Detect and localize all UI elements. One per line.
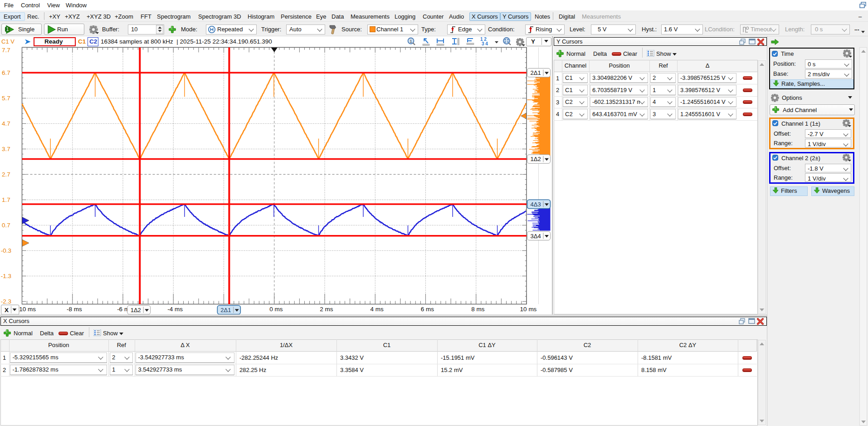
svg-text:7.7: 7.7 <box>2 47 10 54</box>
svg-text:0 ms: 0 ms <box>269 306 283 313</box>
svg-text:-2.3: -2.3 <box>1 298 11 305</box>
svg-text:2Δ1: 2Δ1 <box>531 69 541 76</box>
svg-text:1Δ2: 1Δ2 <box>531 156 541 162</box>
svg-text:2.7: 2.7 <box>2 171 10 178</box>
svg-text:10 ms: 10 ms <box>520 306 537 313</box>
svg-text:4.7: 4.7 <box>2 120 10 127</box>
svg-text:0.7: 0.7 <box>2 222 10 229</box>
svg-text:6 ms: 6 ms <box>421 306 434 313</box>
svg-text:1Δ2: 1Δ2 <box>131 307 141 313</box>
svg-text:8 ms: 8 ms <box>471 306 485 313</box>
svg-text:1: 1 <box>6 27 9 32</box>
svg-text:1.7: 1.7 <box>2 196 10 203</box>
svg-text:3Δ4: 3Δ4 <box>531 233 541 240</box>
svg-text:1: 1 <box>410 39 412 44</box>
svg-text:5.7: 5.7 <box>2 95 10 102</box>
svg-text:3 4: 3 4 <box>482 41 488 46</box>
svg-text:4 ms: 4 ms <box>371 306 384 313</box>
svg-text:2Δ1: 2Δ1 <box>220 307 231 313</box>
svg-text:-8 ms: -8 ms <box>67 306 82 313</box>
svg-text:4Δ3: 4Δ3 <box>531 201 541 208</box>
svg-text:6.7: 6.7 <box>2 69 10 76</box>
svg-text:3.7: 3.7 <box>2 146 10 152</box>
svg-text:X: X <box>5 307 9 313</box>
svg-text:-4 ms: -4 ms <box>167 306 183 313</box>
svg-text:-10 ms: -10 ms <box>17 306 36 313</box>
svg-text:2 ms: 2 ms <box>320 306 333 313</box>
svg-text:-1.3: -1.3 <box>1 273 11 279</box>
svg-text:-0.3: -0.3 <box>1 247 11 254</box>
